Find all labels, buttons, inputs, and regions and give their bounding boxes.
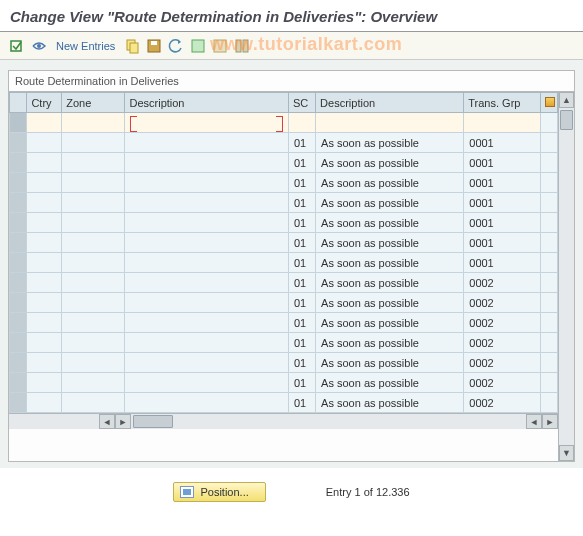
cell-zone[interactable] bbox=[62, 213, 125, 233]
cell-sc[interactable]: 01 bbox=[288, 133, 315, 153]
scroll-right-end-button[interactable]: ► bbox=[542, 414, 558, 429]
row-selector[interactable] bbox=[10, 333, 27, 353]
cell-zone[interactable] bbox=[62, 293, 125, 313]
cell-ctry[interactable] bbox=[27, 333, 62, 353]
table-row[interactable]: 01As soon as possible0002 bbox=[10, 393, 558, 413]
cell-desc1[interactable] bbox=[125, 233, 288, 253]
cell-ctry[interactable] bbox=[27, 133, 62, 153]
cell-ctry[interactable] bbox=[27, 153, 62, 173]
vscroll-thumb[interactable] bbox=[560, 110, 573, 130]
cell-desc2[interactable]: As soon as possible bbox=[316, 153, 464, 173]
toggle-icon[interactable] bbox=[8, 37, 26, 55]
row-selector[interactable] bbox=[10, 213, 27, 233]
row-selector[interactable] bbox=[10, 273, 27, 293]
cell-zone[interactable] bbox=[62, 133, 125, 153]
cell-desc1[interactable] bbox=[125, 273, 288, 293]
select-all-icon[interactable] bbox=[189, 37, 207, 55]
cell-zone[interactable] bbox=[62, 393, 125, 413]
cell-desc1[interactable] bbox=[125, 333, 288, 353]
cell-trans[interactable] bbox=[464, 113, 540, 133]
cell-desc2[interactable]: As soon as possible bbox=[316, 273, 464, 293]
cell-desc1[interactable] bbox=[125, 193, 288, 213]
row-selector[interactable] bbox=[10, 313, 27, 333]
cell-sc[interactable]: 01 bbox=[288, 373, 315, 393]
cell-trans[interactable]: 0001 bbox=[464, 173, 540, 193]
cell-ctry[interactable] bbox=[27, 273, 62, 293]
row-selector[interactable] bbox=[10, 233, 27, 253]
cell-zone[interactable] bbox=[62, 253, 125, 273]
cell-ctry[interactable] bbox=[27, 233, 62, 253]
cell-desc2[interactable]: As soon as possible bbox=[316, 193, 464, 213]
cell-ctry[interactable] bbox=[27, 293, 62, 313]
cell-trans[interactable]: 0002 bbox=[464, 273, 540, 293]
cell-trans[interactable]: 0002 bbox=[464, 293, 540, 313]
row-selector[interactable] bbox=[10, 153, 27, 173]
cell-desc1[interactable] bbox=[125, 293, 288, 313]
cell-zone[interactable] bbox=[62, 353, 125, 373]
cell-trans[interactable]: 0002 bbox=[464, 353, 540, 373]
scroll-right-button[interactable]: ► bbox=[115, 414, 131, 429]
cell-ctry[interactable] bbox=[27, 173, 62, 193]
cell-sc[interactable]: 01 bbox=[288, 293, 315, 313]
col-end[interactable] bbox=[540, 93, 557, 113]
col-desc1[interactable]: Description bbox=[125, 93, 288, 113]
cell-sc[interactable]: 01 bbox=[288, 233, 315, 253]
cell-trans[interactable]: 0001 bbox=[464, 253, 540, 273]
cell-ctry[interactable] bbox=[27, 393, 62, 413]
data-grid[interactable]: Ctry Zone Description SC Description Tra… bbox=[9, 92, 558, 413]
cell-zone[interactable] bbox=[62, 373, 125, 393]
cell-desc1[interactable] bbox=[125, 173, 288, 193]
cell-desc2[interactable]: As soon as possible bbox=[316, 293, 464, 313]
table-row[interactable]: 01As soon as possible0001 bbox=[10, 153, 558, 173]
table-row[interactable] bbox=[10, 113, 558, 133]
horizontal-scrollbar[interactable]: ◄ ► ◄ ► bbox=[9, 413, 558, 429]
cell-trans[interactable]: 0001 bbox=[464, 233, 540, 253]
row-selector[interactable] bbox=[10, 133, 27, 153]
cell-sc[interactable]: 01 bbox=[288, 213, 315, 233]
cell-desc1[interactable] bbox=[125, 313, 288, 333]
table-row[interactable]: 01As soon as possible0002 bbox=[10, 293, 558, 313]
table-row[interactable]: 01As soon as possible0001 bbox=[10, 133, 558, 153]
cell-desc2[interactable]: As soon as possible bbox=[316, 133, 464, 153]
cell-trans[interactable]: 0002 bbox=[464, 373, 540, 393]
cell-trans[interactable]: 0002 bbox=[464, 393, 540, 413]
table-row[interactable]: 01As soon as possible0002 bbox=[10, 313, 558, 333]
cell-trans[interactable]: 0001 bbox=[464, 213, 540, 233]
cell-sc[interactable]: 01 bbox=[288, 253, 315, 273]
cell-sc[interactable]: 01 bbox=[288, 193, 315, 213]
column-config-icon[interactable] bbox=[545, 97, 555, 107]
cell-trans[interactable]: 0002 bbox=[464, 313, 540, 333]
cell-desc2[interactable]: As soon as possible bbox=[316, 353, 464, 373]
cell-zone[interactable] bbox=[62, 333, 125, 353]
copy-icon[interactable] bbox=[123, 37, 141, 55]
cell-sc[interactable]: 01 bbox=[288, 313, 315, 333]
row-selector[interactable] bbox=[10, 393, 27, 413]
table-row[interactable]: 01As soon as possible0002 bbox=[10, 353, 558, 373]
col-zone[interactable]: Zone bbox=[62, 93, 125, 113]
cell-sc[interactable]: 01 bbox=[288, 353, 315, 373]
cell-desc2[interactable]: As soon as possible bbox=[316, 313, 464, 333]
row-selector[interactable] bbox=[10, 173, 27, 193]
cell-desc1[interactable] bbox=[125, 113, 288, 133]
cell-desc1[interactable] bbox=[125, 393, 288, 413]
cell-ctry[interactable] bbox=[27, 253, 62, 273]
row-selector[interactable] bbox=[10, 293, 27, 313]
vertical-scrollbar[interactable]: ▲ ▼ bbox=[558, 92, 574, 461]
row-selector[interactable] bbox=[10, 373, 27, 393]
table-row[interactable]: 01As soon as possible0001 bbox=[10, 213, 558, 233]
cell-desc1[interactable] bbox=[125, 133, 288, 153]
cell-sc[interactable]: 01 bbox=[288, 393, 315, 413]
cell-desc1[interactable] bbox=[125, 213, 288, 233]
col-ctry[interactable]: Ctry bbox=[27, 93, 62, 113]
cell-desc2[interactable] bbox=[316, 113, 464, 133]
cell-zone[interactable] bbox=[62, 273, 125, 293]
table-row[interactable]: 01As soon as possible0002 bbox=[10, 333, 558, 353]
cell-desc1[interactable] bbox=[125, 373, 288, 393]
cell-trans[interactable]: 0002 bbox=[464, 333, 540, 353]
cell-desc2[interactable]: As soon as possible bbox=[316, 233, 464, 253]
row-selector[interactable] bbox=[10, 193, 27, 213]
position-button[interactable]: Position... bbox=[173, 482, 265, 502]
cell-ctry[interactable] bbox=[27, 213, 62, 233]
undo-icon[interactable] bbox=[167, 37, 185, 55]
deselect-icon[interactable] bbox=[211, 37, 229, 55]
